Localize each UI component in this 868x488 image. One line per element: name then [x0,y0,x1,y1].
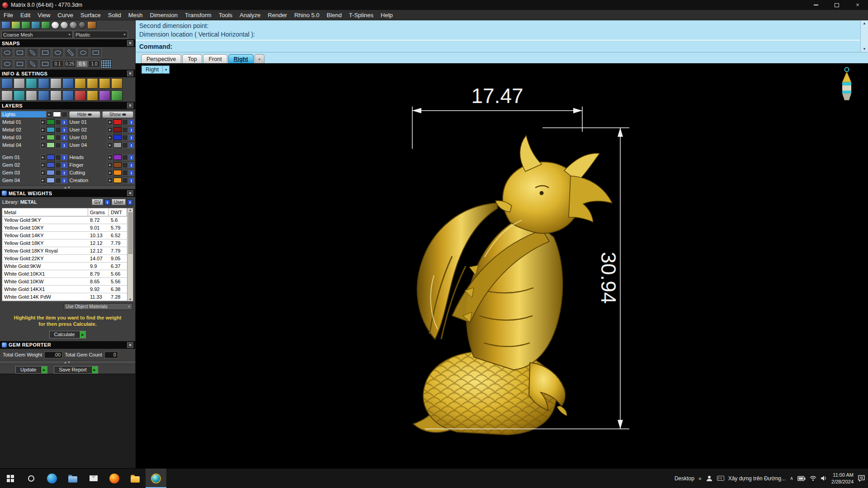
layer-visibility-icon[interactable] [55,119,61,125]
table-row[interactable]: Yellow Gold:18KY12.127.79 [2,239,127,247]
layer-name[interactable]: Creation [68,178,107,183]
people-icon[interactable] [706,475,713,482]
expand-arrow-icon[interactable]: ▶ [107,127,113,133]
funnel-icon[interactable] [38,90,49,101]
layer-visibility-icon[interactable] [122,135,128,141]
taskbar-app-mail[interactable] [83,469,104,488]
layer-info-button[interactable]: I [128,119,134,125]
layer-visibility-icon[interactable] [122,170,128,176]
menu-file[interactable]: File [0,12,17,19]
layer-info-button[interactable]: I [61,155,67,160]
expand-arrow-icon[interactable]: ▶ [40,135,46,141]
wireframe-display-icon[interactable] [1,21,10,29]
material-sphere-light-icon[interactable] [60,21,68,29]
layer-color-swatch[interactable] [47,135,55,140]
record-history-icon[interactable] [77,48,89,57]
command-input[interactable] [175,42,856,51]
planar-snap-icon[interactable] [27,48,38,57]
gumball-icon[interactable] [65,48,76,57]
gem-red-icon[interactable] [75,90,86,101]
ghosted-display-icon[interactable] [21,21,30,29]
tab-right[interactable]: Right [228,54,254,63]
ruler-icon[interactable] [62,90,74,101]
layer-color-swatch[interactable] [113,142,122,148]
table-row[interactable]: White Gold:14K PdW11.337.28 [2,293,127,301]
use-object-materials-dropdown[interactable]: Use Object Materials ▼ [64,303,132,310]
panel-splitter[interactable]: ▲▼ [0,185,135,189]
xray-display-icon[interactable] [31,21,40,29]
layer-visibility-icon[interactable] [122,155,128,160]
layout-icon[interactable] [111,90,123,101]
menu-surface[interactable]: Surface [77,12,104,19]
table-row[interactable]: White Gold:9KW9.96.37 [2,263,127,270]
viewport-canvas[interactable]: 17.47 30.94 [136,63,868,468]
center-snap-icon[interactable] [27,59,38,69]
layer-visibility-icon[interactable] [122,178,128,183]
layer-info-button[interactable]: I [128,170,134,176]
layer-info-button[interactable]: I [128,135,134,141]
battery-icon[interactable] [797,476,806,481]
start-button[interactable] [0,469,21,488]
layer-color-swatch[interactable] [113,119,122,125]
layer-info-button[interactable]: I [128,127,134,133]
selection-filter-icon[interactable] [90,48,102,57]
pen-icon[interactable] [50,90,61,101]
viewport-label[interactable]: Right ▼ [142,66,170,74]
desktop-toolbar-label[interactable]: Desktop [675,475,694,482]
expand-arrow-icon[interactable]: ▶ [40,155,46,160]
layer-color-swatch[interactable] [47,178,55,183]
close-icon[interactable]: × [127,40,133,46]
layer-info-button[interactable]: I [128,155,134,160]
user-info-button[interactable]: I [127,199,133,205]
taskbar-app-file-explorer[interactable] [62,469,83,488]
material-sphere-black-icon[interactable] [78,21,86,29]
table-row[interactable]: Yellow Gold:10KY9.015.79 [2,224,127,232]
scroll-down-icon[interactable]: ▼ [129,298,132,301]
material-copper-icon[interactable] [87,21,96,29]
layer-lock-icon[interactable] [61,112,67,117]
layout-grid-icon[interactable] [1,90,13,101]
settings-gear-icon[interactable] [1,78,13,89]
total-gem-weight-value[interactable]: .00 [44,352,62,358]
layer-color-swatch[interactable] [113,155,122,160]
material-mode-dropdown[interactable]: Plastic ▼ [74,31,128,38]
layer-name[interactable]: Gem 02 [1,162,40,168]
menu-curve[interactable]: Curve [54,12,77,19]
scale-icon[interactable] [75,78,86,89]
gv-info-button[interactable]: I [104,199,110,205]
taskbar-app-firefox[interactable] [104,469,125,488]
layer-visibility-icon[interactable] [122,127,128,133]
action-center-icon[interactable] [858,475,865,482]
gear-gold-icon[interactable] [111,78,123,89]
layer-color-swatch[interactable] [47,155,55,160]
ortho-snap-icon[interactable] [14,48,26,57]
layer-name[interactable]: Metal 04 [1,142,40,148]
viewport-right-view[interactable]: Right ▼ [136,63,868,468]
dragon-model[interactable] [413,136,612,435]
layer-visibility-icon[interactable] [122,119,128,125]
table-row[interactable]: White Gold:14KX19.926.38 [2,286,127,293]
layer-color-swatch[interactable] [47,127,55,132]
table-row[interactable]: White Gold:10KX18.795.66 [2,270,127,278]
layer-info-button[interactable]: I [61,170,67,176]
taskbar-app-folder[interactable] [125,469,146,488]
tab-perspective[interactable]: Perspective [141,54,181,63]
layer-visibility-icon[interactable] [55,155,61,160]
close-icon[interactable]: × [127,342,133,348]
magnifier-icon[interactable] [14,78,25,89]
calculate-button[interactable]: Calculate ▶ [49,331,86,338]
layer-color-swatch[interactable] [47,142,55,148]
layer-info-button[interactable]: I [61,162,67,168]
close-icon[interactable]: × [127,103,133,108]
expand-arrow-icon[interactable]: ▶ [40,178,46,183]
layer-color-swatch[interactable] [47,162,55,168]
expand-arrow-icon[interactable]: ▶ [107,162,113,168]
layer-name[interactable]: User 04 [68,142,107,148]
hide-button[interactable]: Hide [69,111,100,118]
document-icon[interactable] [26,90,37,101]
layer-name[interactable]: Gem 01 [1,155,40,160]
layer-name[interactable]: Heads [68,155,107,160]
layer-color-swatch[interactable] [53,112,61,117]
scrollbar-thumb[interactable] [128,212,132,254]
total-gem-count-value[interactable]: 0 [104,352,118,358]
